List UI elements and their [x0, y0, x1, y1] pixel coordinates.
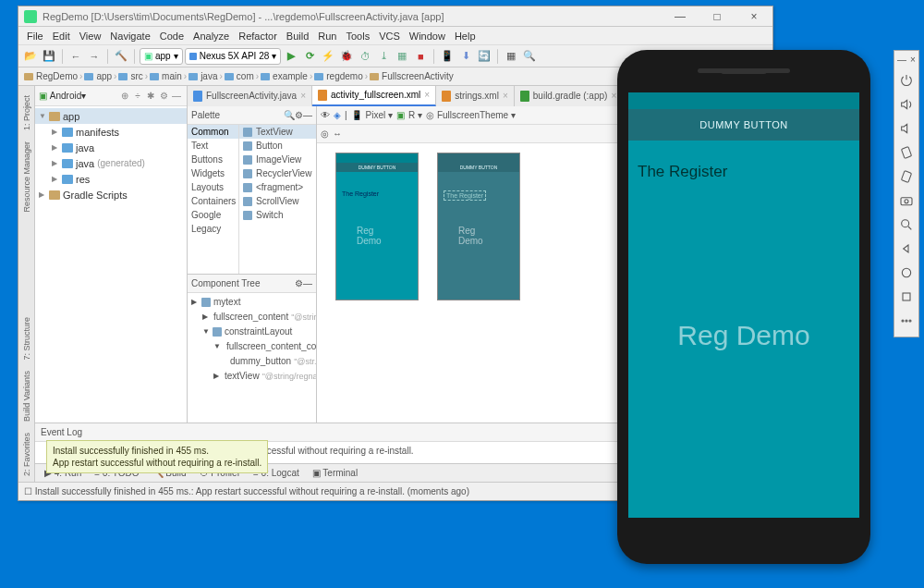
component-tree-row[interactable]: ▶textView "@string/regname" — [188, 369, 316, 384]
structure-tool-button[interactable]: 7: Structure — [22, 312, 31, 366]
tree-row[interactable]: ▶Gradle Scripts — [35, 187, 187, 202]
component-tree-row[interactable]: ▼fullscreen_content_controls — [188, 339, 316, 354]
sync-icon[interactable]: 🔄 — [476, 48, 492, 65]
editor-tab[interactable]: strings.xml× — [436, 86, 515, 106]
search-icon[interactable]: 🔍 — [284, 110, 295, 120]
search-icon[interactable]: 🔍 — [521, 48, 538, 65]
eye-icon[interactable]: 👁 — [321, 110, 330, 120]
close-tab-icon[interactable]: × — [424, 90, 430, 100]
palette-group[interactable]: Buttons — [188, 153, 238, 166]
palette-item[interactable]: ImageView — [239, 153, 316, 166]
menu-help[interactable]: Help — [450, 31, 480, 42]
tree-row[interactable]: ▶java (generated) — [35, 155, 187, 171]
power-icon[interactable] — [895, 68, 918, 92]
menu-window[interactable]: Window — [405, 31, 450, 42]
menu-tools[interactable]: Tools — [341, 31, 374, 42]
tree-row[interactable]: ▶java — [35, 140, 187, 155]
menu-code[interactable]: Code — [155, 31, 188, 42]
minimize-icon[interactable]: — — [897, 55, 906, 65]
stop-icon[interactable]: ■ — [412, 48, 429, 65]
open-icon[interactable]: 📂 — [22, 48, 39, 65]
palette-group[interactable]: Legacy — [188, 222, 238, 236]
palette-items[interactable]: TextViewButtonImageViewRecyclerView<frag… — [239, 125, 316, 274]
pan-icon[interactable]: ↔ — [333, 129, 342, 139]
palette-group[interactable]: Layouts — [188, 180, 238, 194]
palette-group[interactable]: Google — [188, 208, 238, 222]
favorites-tool-button[interactable]: 2: Favorites — [22, 427, 31, 482]
collapse-icon[interactable]: ✱ — [144, 90, 157, 103]
blueprint-preview[interactable]: DUMMY BUTTON The Register Reg Demo — [437, 153, 520, 300]
palette-item[interactable]: RecyclerView — [239, 166, 316, 180]
hide-icon[interactable]: — — [303, 110, 312, 120]
volume-up-icon[interactable] — [895, 92, 918, 116]
tool-tab-terminal[interactable]: ▣ Terminal — [307, 468, 363, 478]
gear-icon[interactable]: ⚙ — [295, 110, 303, 120]
palette-item[interactable]: <fragment> — [239, 180, 316, 194]
project-tree[interactable]: ▼app▶manifests▶java▶java (generated)▶res… — [35, 106, 187, 423]
close-icon[interactable]: × — [910, 55, 916, 65]
sdk-icon[interactable]: ⬇ — [457, 48, 474, 65]
volume-down-icon[interactable] — [895, 116, 918, 141]
menu-build[interactable]: Build — [282, 31, 313, 42]
breadcrumb-item[interactable]: src — [118, 71, 142, 81]
breadcrumb-item[interactable]: regdemo — [314, 71, 362, 81]
resource-manager-tool-button[interactable]: Resource Manager — [22, 136, 31, 218]
expand-icon[interactable]: ÷ — [131, 90, 144, 103]
palette-group[interactable]: Common — [188, 125, 238, 139]
menu-navigate[interactable]: Navigate — [105, 31, 154, 42]
attach-icon[interactable]: ⤓ — [375, 48, 392, 65]
palette-group[interactable]: Widgets — [188, 166, 238, 180]
palette-item[interactable]: Switch — [239, 208, 316, 222]
api-select[interactable]: R ▾ — [408, 110, 422, 120]
run-config-combo[interactable]: ▣app▾ — [140, 48, 183, 65]
menu-edit[interactable]: Edit — [48, 31, 75, 42]
breadcrumb-item[interactable]: RegDemo — [24, 71, 78, 81]
select-icon[interactable]: ◎ — [321, 129, 329, 139]
palette-group[interactable]: Containers — [188, 194, 238, 208]
palette-group[interactable]: Text — [188, 139, 238, 153]
project-tool-button[interactable]: 1: Project — [22, 90, 31, 136]
component-tree[interactable]: ▶mytext▶fullscreen_content "@string/r...… — [188, 293, 316, 423]
component-tree-row[interactable]: dummy_button "@str... — [188, 354, 316, 369]
menu-refactor[interactable]: Refactor — [234, 31, 282, 42]
maximize-button[interactable]: □ — [699, 6, 736, 27]
component-tree-row[interactable]: ▶fullscreen_content "@string/r... — [188, 310, 316, 325]
breadcrumb-item[interactable]: java — [188, 71, 217, 81]
camera-icon[interactable] — [895, 189, 918, 213]
menu-file[interactable]: File — [22, 31, 48, 42]
hide-icon[interactable]: — — [170, 90, 183, 103]
gear-icon[interactable]: ⚙ — [295, 278, 303, 288]
dummy-button[interactable]: DUMMY BUTTON — [628, 109, 859, 141]
apply-changes-icon[interactable]: ⟳ — [301, 48, 318, 65]
settings-icon[interactable]: ⚙ — [157, 90, 170, 103]
design-preview[interactable]: DUMMY BUTTON The Register Reg Demo — [335, 153, 419, 300]
tree-row[interactable]: ▶res — [35, 171, 187, 187]
layout-icon[interactable]: ◈ — [334, 110, 341, 120]
save-icon[interactable]: 💾 — [41, 48, 57, 65]
avd-icon[interactable]: 📱 — [439, 48, 456, 65]
structure-icon[interactable]: ▦ — [503, 48, 519, 65]
back-icon[interactable]: ← — [67, 48, 84, 65]
tree-row[interactable]: ▶manifests — [35, 124, 187, 140]
sync-icon[interactable]: ⊕ — [118, 90, 131, 103]
rotate-right-icon[interactable] — [895, 165, 918, 189]
breadcrumb-item[interactable]: main — [150, 71, 182, 81]
component-tree-row[interactable]: ▶mytext — [188, 295, 316, 310]
close-tab-icon[interactable]: × — [611, 91, 616, 101]
minimize-button[interactable]: — — [662, 6, 699, 27]
menu-analyze[interactable]: Analyze — [188, 31, 234, 42]
tree-row[interactable]: ▼app — [35, 108, 187, 124]
hide-icon[interactable]: — — [303, 278, 312, 288]
palette-groups[interactable]: CommonTextButtonsWidgetsLayoutsContainer… — [188, 125, 239, 274]
breadcrumb-item[interactable]: com — [225, 71, 254, 81]
menu-view[interactable]: View — [75, 31, 106, 42]
rotate-left-icon[interactable] — [895, 141, 918, 165]
profile-icon[interactable]: ⏱ — [357, 48, 373, 65]
more-icon[interactable] — [895, 309, 918, 333]
emulator-screen[interactable]: DUMMY BUTTON The Register Reg Demo — [628, 92, 859, 518]
close-button[interactable]: × — [736, 6, 772, 27]
forward-icon[interactable]: → — [86, 48, 103, 65]
close-tab-icon[interactable]: × — [300, 91, 306, 101]
device-combo[interactable]: Nexus 5X API 28▾ — [185, 48, 282, 65]
make-icon[interactable]: 🔨 — [113, 48, 129, 65]
